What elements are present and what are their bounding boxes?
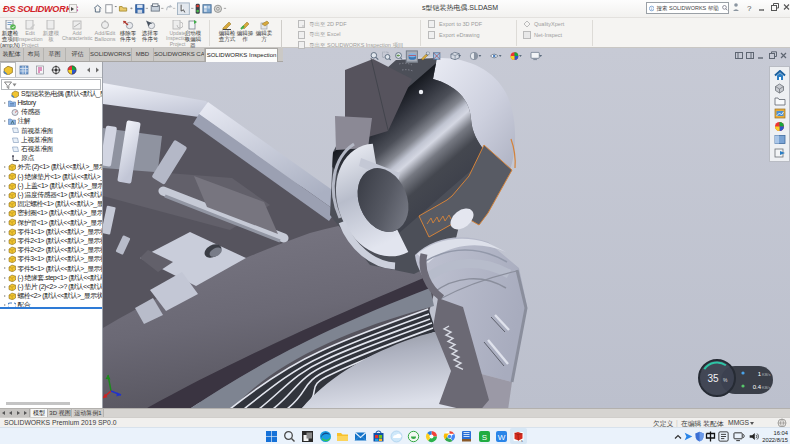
svg-text:S: S (482, 433, 487, 442)
svg-text:?: ? (747, 4, 752, 13)
svg-text:KB/s: KB/s (762, 372, 770, 377)
svg-text:s: s (521, 439, 523, 443)
svg-text:KB/s: KB/s (762, 385, 770, 390)
svg-text:%: % (723, 377, 728, 383)
svg-text:35: 35 (707, 373, 719, 384)
svg-text:W: W (498, 433, 506, 442)
svg-text:0.4: 0.4 (753, 384, 762, 390)
